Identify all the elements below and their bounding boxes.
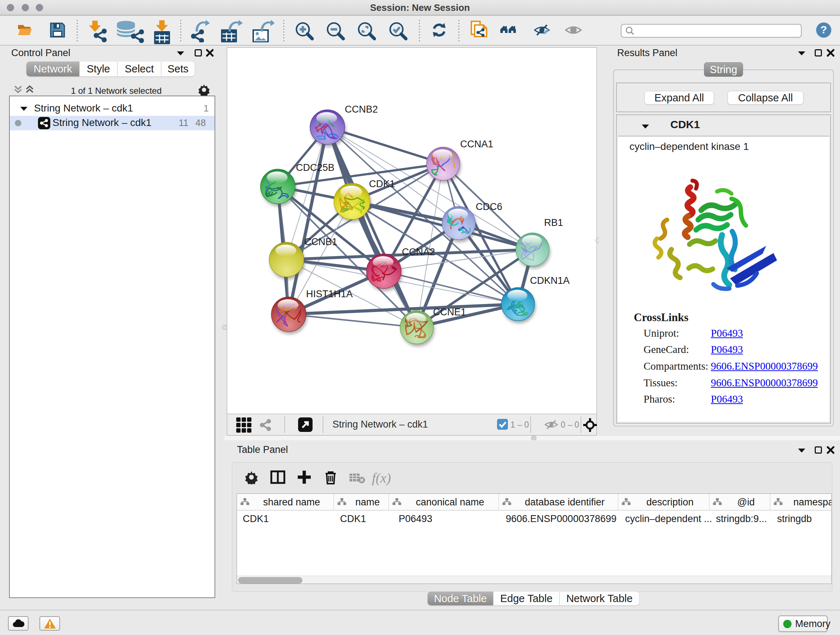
svg-text:?: ? [821,24,827,35]
svg-text:CDC25B: CDC25B [296,162,335,173]
svg-text:CCNA1: CCNA1 [460,139,493,149]
svg-text:CDKN1A: CDKN1A [530,275,570,286]
svg-text:HIST1H1A: HIST1H1A [306,288,353,299]
svg-text:CCNE1: CCNE1 [433,307,466,318]
svg-text:CCNA2: CCNA2 [402,247,435,257]
svg-text:CCNB1: CCNB1 [304,236,338,247]
svg-text:RB1: RB1 [544,217,563,228]
svg-text:CCNB2: CCNB2 [345,104,378,115]
svg-text:CDC6: CDC6 [476,201,502,212]
svg-text:CDK1: CDK1 [369,179,395,189]
